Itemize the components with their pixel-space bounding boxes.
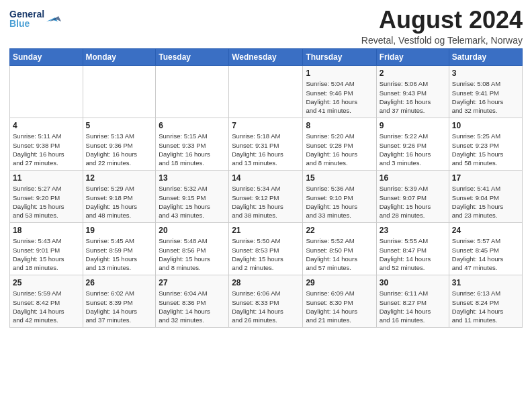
table-row: 14Sunrise: 5:34 AMSunset: 9:12 PMDayligh… (229, 170, 303, 222)
logo: General Blue (9, 7, 63, 32)
table-row: 11Sunrise: 5:27 AMSunset: 9:20 PMDayligh… (10, 170, 83, 222)
col-saturday: Saturday (449, 48, 522, 65)
month-title: August 2024 (361, 7, 523, 34)
day-content-line: and 53 minutes. (13, 211, 80, 220)
table-row: 19Sunrise: 5:45 AMSunset: 8:59 PMDayligh… (83, 222, 156, 275)
day-content-line: Sunset: 9:15 PM (159, 193, 226, 202)
day-number: 28 (232, 277, 300, 289)
day-content-line: Sunset: 9:43 PM (380, 89, 446, 97)
day-content-line: Sunrise: 5:48 AM (159, 236, 226, 245)
day-content-line: Daylight: 14 hours (13, 307, 80, 316)
day-content-line: Daylight: 16 hours (232, 150, 300, 158)
day-content-line: and 58 minutes. (452, 158, 519, 167)
day-content-line: Sunrise: 5:34 AM (232, 184, 300, 193)
day-content-line: Daylight: 16 hours (13, 150, 80, 158)
day-content-line: Sunset: 9:20 PM (13, 193, 80, 202)
day-number: 24 (452, 225, 519, 236)
day-number: 26 (86, 277, 153, 289)
table-row: 7Sunrise: 5:18 AMSunset: 9:31 PMDaylight… (229, 118, 303, 170)
day-content-line: Daylight: 15 hours (452, 150, 519, 158)
day-content-line: Sunrise: 5:25 AM (452, 132, 519, 140)
table-row: 6Sunrise: 5:15 AMSunset: 9:33 PMDaylight… (156, 118, 229, 170)
day-content-line: and 2 minutes. (232, 263, 300, 272)
day-number: 18 (13, 225, 80, 236)
day-content-line: Daylight: 16 hours (380, 97, 446, 106)
day-content-line: Sunset: 9:36 PM (86, 141, 153, 150)
table-row: 4Sunrise: 5:11 AMSunset: 9:38 PMDaylight… (10, 118, 83, 170)
day-content-line: Daylight: 15 hours (232, 202, 300, 211)
day-content-line: Sunrise: 5:45 AM (86, 236, 153, 245)
day-content-line: Sunset: 8:33 PM (232, 298, 300, 307)
day-content-line: and 43 minutes. (159, 211, 226, 220)
day-content-line: Sunset: 9:38 PM (13, 141, 80, 150)
day-content-line: Sunrise: 5:08 AM (452, 79, 519, 88)
calendar-week-row: 1Sunrise: 5:04 AMSunset: 9:46 PMDaylight… (10, 65, 523, 118)
table-row: 17Sunrise: 5:41 AMSunset: 9:04 PMDayligh… (449, 170, 522, 222)
day-content-line: Daylight: 15 hours (380, 202, 446, 211)
day-number: 16 (380, 173, 446, 184)
calendar-week-row: 18Sunrise: 5:43 AMSunset: 9:01 PMDayligh… (10, 222, 523, 275)
day-number: 9 (380, 120, 446, 132)
day-content-line: Sunrise: 5:22 AM (380, 132, 446, 140)
table-row: 9Sunrise: 5:22 AMSunset: 9:26 PMDaylight… (376, 118, 449, 170)
day-content-line: and 23 minutes. (452, 211, 519, 220)
day-content-line: Sunset: 9:07 PM (380, 193, 446, 202)
day-content-line: Sunrise: 6:06 AM (232, 289, 300, 298)
day-number: 20 (159, 225, 226, 236)
day-content-line: and 22 minutes. (86, 158, 153, 167)
table-row: 31Sunrise: 6:13 AMSunset: 8:24 PMDayligh… (449, 275, 522, 327)
calendar-week-row: 25Sunrise: 5:59 AMSunset: 8:42 PMDayligh… (10, 275, 523, 327)
day-content-line: Sunrise: 5:27 AM (13, 184, 80, 193)
day-number: 17 (452, 173, 519, 184)
day-content-line: and 27 minutes. (13, 158, 80, 167)
day-number: 22 (306, 225, 373, 236)
day-content-line: Daylight: 16 hours (159, 150, 226, 158)
day-content-line: and 37 minutes. (380, 106, 446, 115)
day-content-line: Sunrise: 5:50 AM (232, 236, 300, 245)
day-content-line: Sunset: 9:10 PM (306, 193, 373, 202)
day-content-line: and 32 minutes. (159, 316, 226, 324)
day-content-line: Sunset: 8:56 PM (159, 246, 226, 255)
day-content-line: Sunrise: 6:13 AM (452, 289, 519, 298)
title-block: August 2024 Revetal, Vestfold og Telemar… (361, 7, 523, 46)
day-content-line: Daylight: 14 hours (306, 255, 373, 263)
day-number: 19 (86, 225, 153, 236)
table-row: 25Sunrise: 5:59 AMSunset: 8:42 PMDayligh… (10, 275, 83, 327)
day-number: 10 (452, 120, 519, 132)
day-content-line: Daylight: 14 hours (232, 307, 300, 316)
table-row: 26Sunrise: 6:02 AMSunset: 8:39 PMDayligh… (83, 275, 156, 327)
day-content-line: Sunset: 8:47 PM (380, 246, 446, 255)
day-content-line: Sunrise: 6:09 AM (306, 289, 373, 298)
day-content-line: Sunset: 8:39 PM (86, 298, 153, 307)
day-content-line: and 38 minutes. (232, 211, 300, 220)
day-content-line: Daylight: 15 hours (159, 202, 226, 211)
day-content-line: and 48 minutes. (86, 211, 153, 220)
day-content-line: and 33 minutes. (306, 211, 373, 220)
day-content-line: Sunrise: 5:15 AM (159, 132, 226, 140)
day-content-line: Sunset: 8:24 PM (452, 298, 519, 307)
header: General Blue August 2024 Revetal, Vestfo… (9, 7, 523, 46)
day-content-line: Daylight: 14 hours (306, 307, 373, 316)
col-friday: Friday (376, 48, 449, 65)
table-row: 8Sunrise: 5:20 AMSunset: 9:28 PMDaylight… (303, 118, 376, 170)
day-content-line: Sunset: 8:45 PM (452, 246, 519, 255)
day-number: 6 (159, 120, 226, 132)
day-content-line: Sunrise: 5:36 AM (306, 184, 373, 193)
table-row: 10Sunrise: 5:25 AMSunset: 9:23 PMDayligh… (449, 118, 522, 170)
col-wednesday: Wednesday (229, 48, 303, 65)
day-content-line: and 57 minutes. (306, 263, 373, 272)
day-number: 13 (159, 173, 226, 184)
day-number: 15 (306, 173, 373, 184)
day-content-line: Sunset: 9:18 PM (86, 193, 153, 202)
day-content-line: Sunset: 8:59 PM (86, 246, 153, 255)
day-content-line: Daylight: 16 hours (306, 97, 373, 106)
day-content-line: Daylight: 15 hours (86, 255, 153, 263)
svg-text:Blue: Blue (9, 18, 30, 29)
day-number: 23 (380, 225, 446, 236)
day-content-line: Daylight: 15 hours (232, 255, 300, 263)
day-content-line: Sunset: 8:27 PM (380, 298, 446, 307)
day-content-line: and 21 minutes. (306, 316, 373, 324)
day-number: 12 (86, 173, 153, 184)
day-number: 21 (232, 225, 300, 236)
day-number: 31 (452, 277, 519, 289)
